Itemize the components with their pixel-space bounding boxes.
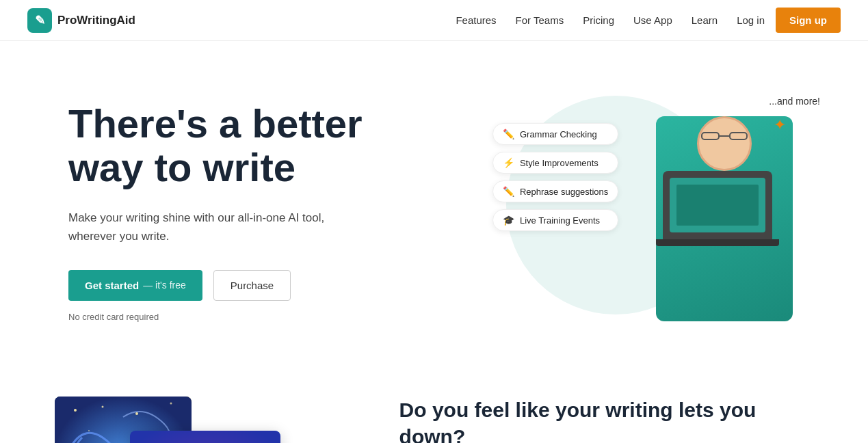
nav-links: Features For Teams Pricing Use App Learn: [456, 14, 718, 27]
style-icon: ⚡: [503, 157, 514, 168]
svg-point-4: [74, 409, 77, 412]
pill-style: ⚡ Style Improvements: [492, 152, 618, 174]
hero-section: There's a better way to write Make your …: [0, 41, 868, 369]
logo-text: ProWritingAid: [57, 14, 135, 27]
img-front: [130, 431, 280, 443]
rephrase-icon: ✏️: [503, 186, 514, 197]
star-decoration: ✦: [774, 116, 786, 134]
svg-point-6: [135, 412, 138, 415]
more-label: ...and more!: [769, 96, 820, 107]
nav-use-app[interactable]: Use App: [633, 14, 672, 26]
logo-icon: ✎: [27, 8, 52, 33]
nav-actions: Log in Sign up: [737, 8, 841, 33]
section2-image: My idea in my head: [55, 397, 358, 443]
feature-pills: ✏️ Grammar Checking ⚡ Style Improvements…: [492, 123, 618, 231]
no-credit-text: No credit card required: [68, 312, 486, 322]
training-icon: 🎓: [503, 215, 514, 226]
pill-training: 🎓 Live Training Events: [492, 209, 618, 231]
svg-rect-0: [702, 133, 719, 139]
section2-title: Do you feel like your writing lets you d…: [399, 397, 813, 443]
nav-pricing[interactable]: Pricing: [583, 14, 614, 26]
section2-content: Do you feel like your writing lets you d…: [399, 397, 813, 443]
person-head: [697, 116, 752, 171]
get-started-button[interactable]: Get started — it's free: [68, 270, 202, 301]
svg-point-7: [170, 403, 172, 405]
logo[interactable]: ✎ ProWritingAid: [27, 8, 135, 33]
hero-subtitle: Make your writing shine with our all-in-…: [68, 209, 342, 245]
pill-grammar: ✏️ Grammar Checking: [492, 123, 618, 145]
nav-features[interactable]: Features: [456, 14, 496, 26]
image-stack: My idea in my head: [55, 397, 287, 443]
navbar: ✎ ProWritingAid Features For Teams Prici…: [0, 0, 868, 41]
pill-rephrase: ✏️ Rephrase suggestions: [492, 180, 618, 202]
svg-rect-12: [130, 431, 280, 443]
svg-point-8: [88, 430, 90, 431]
svg-rect-1: [730, 133, 747, 139]
hero-content: There's a better way to write Make your …: [68, 102, 486, 322]
nav-learn[interactable]: Learn: [692, 14, 718, 26]
hero-title: There's a better way to write: [68, 102, 486, 189]
nav-for-teams[interactable]: For Teams: [516, 14, 564, 26]
hero-illustration: ✏️ Grammar Checking ⚡ Style Improvements…: [486, 82, 827, 342]
signup-button[interactable]: Sign up: [776, 8, 841, 33]
laptop-base: [656, 239, 779, 246]
purchase-button[interactable]: Purchase: [213, 270, 291, 301]
section2: My idea in my head Do you feel like your…: [0, 369, 868, 443]
laptop: [663, 171, 772, 239]
grammar-icon: ✏️: [503, 129, 514, 139]
hero-buttons: Get started — it's free Purchase: [68, 270, 486, 301]
login-button[interactable]: Log in: [737, 14, 765, 26]
svg-point-5: [102, 406, 104, 408]
glasses: [700, 131, 748, 141]
